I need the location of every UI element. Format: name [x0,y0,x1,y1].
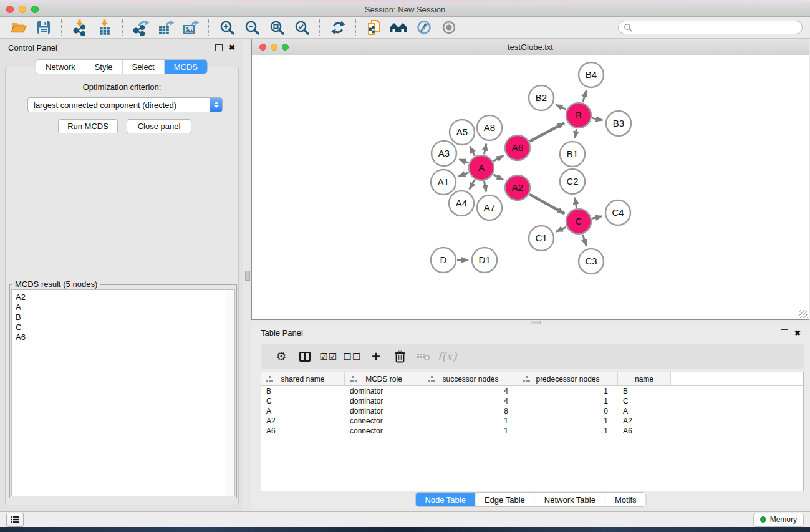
add-column-button[interactable]: + [364,347,388,367]
column-header-name[interactable]: name [618,372,671,385]
minimize-window-button[interactable] [19,6,26,13]
criterion-dropdown[interactable]: largest connected component (directed) [27,97,223,112]
column-header-predecessor-nodes[interactable]: predecessor nodes [518,372,618,385]
table-row[interactable]: Bdominator41B [261,386,803,396]
maximize-network-button[interactable] [282,44,289,51]
task-history-button[interactable] [6,513,24,527]
maximize-window-button[interactable] [31,6,39,13]
table-row[interactable]: Adominator80A [261,406,803,416]
edge-A-A8[interactable] [484,143,486,154]
edge-C-C3[interactable] [583,235,587,246]
save-session-button[interactable] [33,18,54,37]
column-header-MCDS-role[interactable]: MCDS role [345,372,423,385]
table-row[interactable]: A6connector11A6 [261,426,803,436]
mcds-result-item[interactable]: A2 [12,293,226,302]
edge-A-A4[interactable] [470,180,475,189]
search-box[interactable] [618,21,803,34]
delete-table-button[interactable] [412,347,435,367]
column-header-successor-nodes[interactable]: successor nodes [423,372,518,385]
edge-C-C1[interactable] [556,227,566,231]
close-table-panel-icon[interactable]: ✖ [794,329,801,337]
eye-icon [440,20,458,35]
network-canvas[interactable]: B4B2BB3A8A5A6A3B1AC2A1A2A4A7C4CC1DD1C3 [252,55,809,319]
network-window-titlebar[interactable]: testGlobe.txt [252,39,809,56]
table-row[interactable]: A2connector11A2 [261,416,803,426]
tab-node-table[interactable]: Node Table [415,493,475,506]
delete-column-button[interactable] [388,347,412,367]
edge-A-A2[interactable] [493,175,503,180]
edge-C-C2[interactable] [575,198,577,208]
export-network-button[interactable] [130,18,152,37]
edge-B-B4[interactable] [582,90,586,102]
result-list-scrollbar[interactable] [226,290,234,496]
close-panel-button[interactable]: Close panel [127,119,191,133]
tree-icon [428,376,435,382]
zoom-out-button[interactable] [241,18,263,37]
mcds-result-items: A2ABCA6 [12,293,226,342]
node-label-C: C [576,216,582,226]
optimization-criterion-label: Optimization criterion: [6,82,238,92]
tab-style[interactable]: Style [85,60,123,74]
unselect-all-columns-button[interactable]: ☐☐ [340,347,364,367]
hide-annotations-button[interactable] [413,18,435,37]
split-columns-button[interactable] [293,347,317,367]
import-table-button[interactable] [94,18,115,37]
table-row[interactable]: Cdominator41C [261,396,803,406]
edge-B-B2[interactable] [556,105,567,110]
edge-A-A7[interactable] [484,181,486,192]
mcds-result-item[interactable]: A6 [12,332,226,342]
column-header-shared-name[interactable]: shared name [261,372,345,385]
zoom-selected-button[interactable] [291,18,312,37]
tab-select[interactable]: Select [123,60,165,74]
search-input[interactable] [635,22,797,32]
tab-network-table[interactable]: Network Table [535,493,605,506]
export-image-button[interactable] [180,18,201,37]
open-session-button[interactable] [8,18,29,37]
select-all-columns-button[interactable]: ☑☑ [317,347,340,367]
splitter-grip[interactable] [245,271,250,281]
minimize-network-button[interactable] [271,44,277,51]
mcds-result-item[interactable]: A [12,302,226,312]
close-network-button[interactable] [259,44,266,51]
edge-B-B1[interactable] [575,129,576,138]
tab-network[interactable]: Network [36,60,85,74]
zoom-fit-button[interactable] [266,18,287,37]
tab-edge-table[interactable]: Edge Table [475,493,535,506]
mcds-result-group: MCDS result (5 nodes) A2ABCA6 [9,284,237,498]
close-panel-icon[interactable]: ✖ [229,44,235,51]
mcds-result-list[interactable]: A2ABCA6 [11,289,235,496]
tab-mcds[interactable]: MCDS [165,60,207,74]
function-builder-icon: f(x) [438,350,457,363]
import-network-button[interactable] [69,18,90,37]
table-settings-button[interactable]: ⚙ [269,347,293,367]
show-details-button[interactable] [438,18,460,37]
edge-A2-C[interactable] [529,195,564,214]
edge-A-A5[interactable] [470,147,475,156]
zoom-in-button[interactable] [216,18,238,37]
save-session-icon [36,19,52,36]
mcds-result-item[interactable]: C [12,322,226,332]
export-table-button[interactable] [155,18,176,37]
run-mcds-button[interactable]: Run MCDS [58,119,118,133]
node-label-A8: A8 [484,122,495,133]
edge-A-A6[interactable] [493,156,503,162]
mcds-result-item[interactable]: B [12,312,226,322]
home-button[interactable] [388,18,410,37]
edge-C-C4[interactable] [592,216,602,219]
edge-A-A1[interactable] [458,173,468,177]
window-resize-grip[interactable] [799,310,808,318]
refresh-button[interactable] [327,18,349,37]
float-panel-icon[interactable] [215,44,223,51]
edge-A6-B[interactable] [529,123,564,142]
function-builder-button[interactable]: f(x) [435,347,459,367]
list-icon [10,515,20,524]
tab-motifs[interactable]: Motifs [605,493,646,506]
duplicate-network-button[interactable] [364,18,385,37]
panel-splitter[interactable] [243,39,251,511]
edge-B-B3[interactable] [592,118,603,120]
memory-button[interactable]: Memory [753,513,804,527]
node-label-A5: A5 [456,127,468,137]
edge-A-A3[interactable] [459,159,468,163]
close-window-button[interactable] [6,6,14,13]
float-table-panel-icon[interactable] [781,329,788,336]
